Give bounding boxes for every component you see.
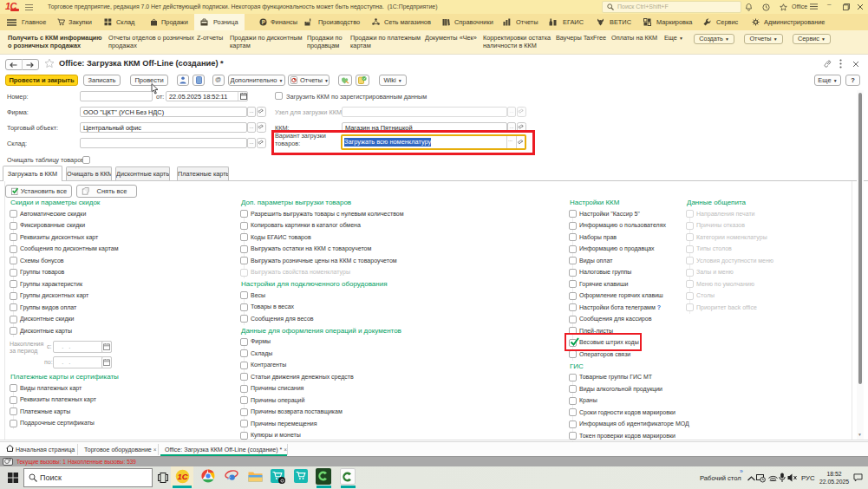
svg-text:Р: Р [262,19,266,25]
svg-text:1С: 1С [177,472,187,481]
